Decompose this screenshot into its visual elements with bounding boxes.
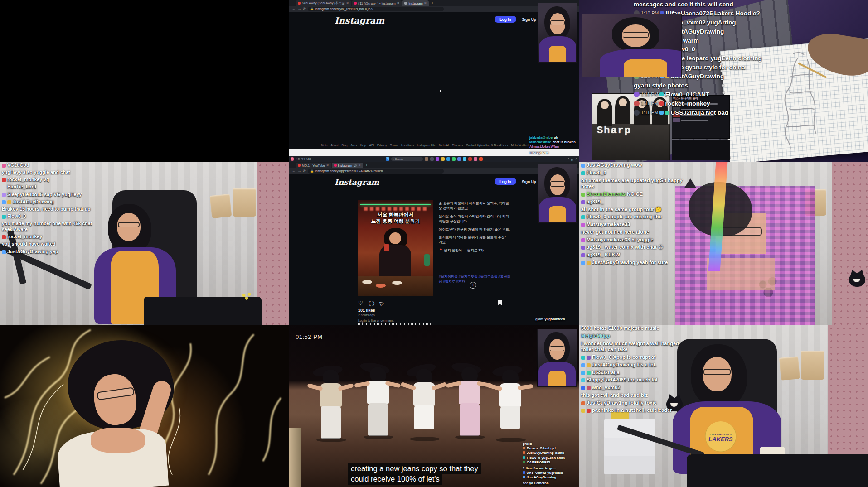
windows-taskbar: 기온 매우 낮음 ⌕Search ^🔈🖰 bbox=[289, 156, 579, 162]
chat-message: JustGuyDraw1ng totally toxic bbox=[581, 400, 683, 406]
browser-tab-instagram-active[interactable]: Instagram 🔊 ✕ bbox=[332, 163, 364, 168]
taskbar-weather-widget[interactable]: 기온 매우 낮음 bbox=[289, 157, 344, 161]
tab-close-icon[interactable]: ✕ bbox=[326, 164, 329, 167]
browser-tab-instagram-active[interactable]: Instagram ✕ bbox=[402, 0, 429, 6]
chat-text: this got evil and bad and biz bbox=[581, 392, 648, 399]
taskbar-app-icon[interactable] bbox=[436, 157, 439, 161]
playlist-item[interactable] bbox=[673, 118, 728, 122]
browser-tab-youtube[interactable]: Seal Away (Seal Away (추격전 ✕ bbox=[296, 0, 351, 6]
url-field[interactable]: 🔒 instagram.com/reyia/_reel/DPQbdiUQZZ/ bbox=[308, 7, 444, 11]
chat-username: ag319_ bbox=[587, 244, 603, 251]
chat-text: ok bbox=[554, 135, 558, 140]
footer-link[interactable]: Meta AI bbox=[439, 144, 449, 147]
chat-message: Brukov 15 hours, need to pump that up bbox=[2, 206, 95, 212]
reload-icon[interactable]: ⟳ bbox=[303, 169, 306, 173]
footer-link[interactable]: Locations bbox=[401, 144, 414, 147]
signup-link[interactable]: Sign Up bbox=[522, 17, 536, 22]
chat-badge-icon bbox=[523, 456, 525, 459]
taskbar-search[interactable]: ⌕Search bbox=[391, 157, 423, 161]
chat-text: gyaru style photos bbox=[634, 82, 688, 90]
signup-link[interactable]: Sign Up bbox=[522, 179, 536, 184]
weather-text: 기온 매우 낮음 bbox=[295, 158, 311, 160]
footer-link[interactable]: Jobs bbox=[350, 144, 357, 147]
streamer-hoodie-gold bbox=[624, 59, 668, 77]
new-tab-button[interactable]: + bbox=[429, 1, 435, 5]
chat-username: glam bbox=[535, 317, 543, 321]
footer-link[interactable]: Terms bbox=[390, 144, 398, 147]
back-icon[interactable]: ← bbox=[292, 169, 296, 173]
chat-badge-icon bbox=[665, 111, 669, 115]
plus-icon[interactable]: + bbox=[470, 282, 476, 289]
tab-close-icon[interactable]: ✕ bbox=[424, 1, 427, 5]
tab-close-icon[interactable]: ✕ bbox=[346, 1, 349, 5]
bookmark-icon[interactable] bbox=[498, 300, 502, 305]
reload-icon[interactable]: ⟳ bbox=[303, 7, 306, 11]
new-tab-button[interactable]: + bbox=[364, 163, 369, 168]
chat-badge-icon bbox=[587, 409, 591, 413]
chat-username: rocket_monkey bbox=[7, 177, 42, 183]
url-field[interactable]: 🔒 instagram.com/yuggets/reel/DP-AUAtrv1/… bbox=[308, 169, 444, 174]
chat-message: who_vxm02 this got evil and bad and biz bbox=[581, 385, 683, 399]
footer-link[interactable]: Instagram Lite bbox=[417, 144, 436, 147]
chat-badge-icon bbox=[587, 261, 591, 265]
tab-audio-icon[interactable]: 🔊 bbox=[354, 164, 357, 167]
footer-link[interactable]: API bbox=[369, 144, 374, 147]
footer-link[interactable]: About bbox=[330, 144, 338, 147]
forward-icon[interactable]: → bbox=[297, 169, 301, 173]
taskbar-app-icon[interactable] bbox=[452, 157, 456, 161]
chat-text: you made my number one with 45k chat see… bbox=[2, 221, 95, 232]
chat-text: I wonder how much weight a wall hanged t… bbox=[581, 341, 683, 353]
tab-close-icon[interactable]: ✕ bbox=[358, 164, 361, 167]
taskbar-app-icon[interactable] bbox=[474, 157, 477, 161]
chat-message: StreamElements NOICE bbox=[581, 191, 683, 198]
footer-link[interactable]: Threads bbox=[452, 144, 463, 147]
footer-link[interactable]: Help bbox=[360, 144, 366, 147]
instagram-favicon bbox=[354, 2, 357, 5]
footer-link[interactable]: Privacy bbox=[377, 144, 387, 147]
chat-text: couple are missing tho bbox=[607, 214, 662, 220]
share-icon[interactable]: ▷ bbox=[379, 299, 385, 307]
system-tray[interactable]: ^🔈🖰 bbox=[524, 158, 579, 161]
chat-text: greed bbox=[523, 442, 532, 446]
start-button-icon[interactable] bbox=[386, 157, 389, 161]
tab-close-icon[interactable]: ✕ bbox=[397, 1, 400, 5]
paper-bag bbox=[801, 351, 824, 380]
reel-video[interactable]: 서울 한복판에서 느낀 홍콩 여행 분위기 bbox=[358, 200, 433, 296]
footer-link[interactable]: Blog bbox=[341, 144, 347, 147]
chat-badge-icon bbox=[581, 401, 585, 405]
chat-avatar bbox=[634, 101, 640, 106]
taskbar-app-icon[interactable] bbox=[463, 157, 466, 161]
taskbar-app-icon[interactable] bbox=[468, 157, 472, 161]
login-button[interactable]: Log In bbox=[495, 16, 516, 23]
taskbar-app-icon[interactable] bbox=[441, 157, 445, 161]
taskbar-app-icon[interactable] bbox=[430, 157, 434, 161]
chat-text: yugEehh hmm bbox=[542, 456, 565, 460]
likes-count[interactable]: 101 likes bbox=[358, 308, 375, 313]
chat-message: 5000 hotas $1000 majestic music bbox=[581, 325, 683, 332]
chat-message: ag319_ KEKW bbox=[581, 252, 683, 258]
cat-sticker bbox=[849, 273, 865, 287]
like-icon[interactable]: ♡ bbox=[358, 300, 363, 306]
lakers-logo: LOS ANGELES LAKERS bbox=[704, 421, 737, 454]
chat-username: AlmostJokesWfan bbox=[529, 145, 559, 149]
taskbar-app-icon[interactable] bbox=[457, 157, 461, 161]
comment-icon[interactable]: ◯ bbox=[369, 300, 374, 306]
stream-moments-grid: Seal Away (Seal Away (추격전 ✕ #11 (@crazy_… bbox=[0, 0, 868, 487]
browser-tab-instagram-profile[interactable]: #11 (@crazy_) • Instagram ✕ bbox=[352, 0, 402, 6]
back-icon[interactable]: ← bbox=[292, 7, 296, 11]
taskbar-app-icon[interactable] bbox=[425, 157, 428, 161]
login-button[interactable]: Log In bbox=[495, 178, 516, 185]
chat-username: MelgfaMdpp bbox=[581, 333, 610, 339]
chat-text: 15 hours, need to pump that up bbox=[19, 206, 90, 212]
chat-text: gyaru style for china bbox=[685, 64, 745, 72]
webcam-overlay bbox=[537, 329, 577, 387]
footer-link[interactable]: Meta bbox=[321, 144, 327, 147]
forward-icon[interactable]: → bbox=[297, 7, 301, 11]
footer-link[interactable]: Contact Uploading & Non-Users bbox=[466, 144, 508, 147]
taskbar-app-icon[interactable] bbox=[446, 157, 450, 161]
chrome-icon[interactable] bbox=[479, 157, 483, 161]
footer-link[interactable]: Meta Verified bbox=[511, 144, 529, 147]
chat-message: Matsuyamakaze33 hi yuggie bbox=[581, 237, 683, 243]
browser-tab-youtube[interactable]: MO.1 - YouTube ✕ bbox=[296, 163, 331, 168]
chat-message: 1:11 PM rocket_monkey bbox=[634, 100, 763, 108]
